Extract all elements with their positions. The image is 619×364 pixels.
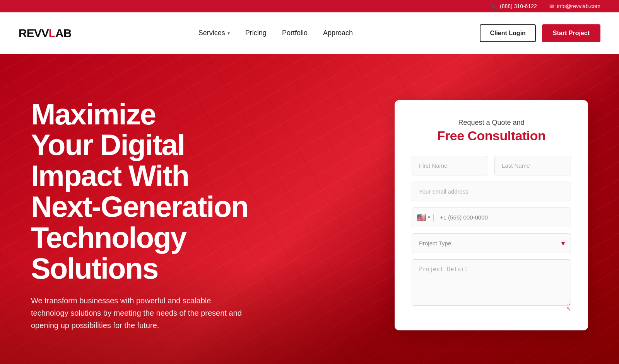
resize-indicator: ⤡: [412, 306, 571, 312]
hero-content: MaximizeYour DigitalImpact WithNext-Gene…: [0, 99, 279, 332]
top-bar: 📞 (888) 310-6122 ✉ info@revvlab.com: [0, 0, 619, 12]
email-icon: ✉: [549, 3, 554, 9]
email-contact[interactable]: ✉ info@revvlab.com: [549, 3, 600, 9]
last-name-input[interactable]: [494, 156, 571, 175]
hero-subtext: We transform businesses with powerful an…: [31, 294, 248, 332]
project-type-select[interactable]: Project Type Web Development Mobile App …: [412, 233, 571, 253]
chevron-down-icon: ▾: [227, 31, 230, 36]
header-buttons: Client Login Start Project: [480, 24, 600, 42]
nav-approach[interactable]: Approach: [323, 29, 353, 37]
main-nav: Services ▾ Pricing Portfolio Approach: [198, 29, 353, 37]
nav-portfolio[interactable]: Portfolio: [282, 29, 308, 37]
phone-input[interactable]: [437, 208, 566, 227]
phone-icon: 📞: [490, 3, 497, 9]
form-title: Free Consultation: [412, 128, 571, 143]
project-type-wrapper: Project Type Web Development Mobile App …: [412, 233, 571, 253]
form-subtitle: Request a Quote and: [412, 119, 571, 127]
nav-pricing[interactable]: Pricing: [245, 29, 267, 37]
nav-services[interactable]: Services ▾: [198, 29, 230, 37]
email-address: info@revvlab.com: [557, 3, 600, 9]
hero-section: MaximizeYour DigitalImpact WithNext-Gene…: [0, 54, 619, 364]
phone-divider: [433, 214, 434, 221]
header: REVVLAB Services ▾ Pricing Portfolio App…: [0, 12, 619, 54]
start-project-button[interactable]: Start Project: [542, 24, 600, 42]
name-row: [412, 156, 571, 175]
phone-number: (888) 310-6122: [500, 3, 537, 9]
logo[interactable]: REVVLAB: [19, 27, 71, 40]
flag-chevron-icon: ▾: [428, 215, 430, 220]
quote-form-card: Request a Quote and Free Consultation 🇺🇸…: [395, 100, 588, 330]
phone-wrapper: 🇺🇸 ▾: [412, 208, 571, 227]
phone-contact[interactable]: 📞 (888) 310-6122: [490, 3, 537, 9]
phone-flag[interactable]: 🇺🇸 ▾: [417, 213, 434, 222]
hero-headline: MaximizeYour DigitalImpact WithNext-Gene…: [31, 99, 248, 284]
flag-emoji: 🇺🇸: [417, 213, 426, 222]
first-name-input[interactable]: [412, 156, 488, 175]
email-input[interactable]: [412, 182, 571, 201]
client-login-button[interactable]: Client Login: [480, 24, 535, 42]
project-detail-textarea[interactable]: [412, 259, 571, 306]
